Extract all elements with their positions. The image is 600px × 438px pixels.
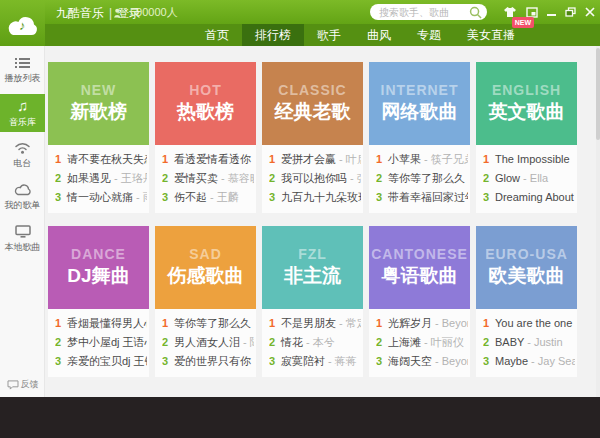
tab-2[interactable]: 歌手 xyxy=(304,24,354,46)
sidebar-item-my-playlists[interactable]: 我的歌单 xyxy=(0,178,45,216)
ranking-card[interactable]: CANTONESE 粤语歌曲 1光辉岁月Beyond2上海滩叶丽仪3海阔天空Be… xyxy=(369,226,470,377)
card-cn-title: 非主流 xyxy=(284,263,341,289)
ranking-card[interactable]: ENGLISH 英文歌曲 1The Impossible2GlowElla3Dr… xyxy=(476,62,577,213)
song-row[interactable]: 2我可以抱你吗张惠 xyxy=(269,169,361,188)
song-rank: 3 xyxy=(162,352,174,371)
card-header[interactable]: INTERNET 网络歌曲 xyxy=(369,62,470,145)
song-row[interactable]: 3伤不起王麟 xyxy=(162,188,254,207)
song-artist: 冷 xyxy=(251,153,254,165)
song-row[interactable]: 1香烟最懂得男人心dj xyxy=(55,314,147,333)
ranking-card[interactable]: NEW 新歌榜 1请不要在秋天失恋 -2如果遇见王珞丹3情一动心就痛雨生 xyxy=(48,62,149,213)
tab-0[interactable]: 首页 xyxy=(192,24,242,46)
song-row[interactable]: 2爱情买卖慕容晓晓 xyxy=(162,169,254,188)
online-count-text: 500000人 xyxy=(130,5,178,20)
feedback-button[interactable]: 反馈 xyxy=(0,378,45,391)
close-icon[interactable] xyxy=(585,7,595,17)
song-row[interactable]: 3九百九十九朵玫瑰 - xyxy=(269,188,361,207)
scrollbar[interactable] xyxy=(596,46,600,397)
card-header[interactable]: EURO-USA 欧美歌曲 xyxy=(476,226,577,309)
ranking-card[interactable]: DANCE DJ舞曲 1香烟最懂得男人心dj2梦中小屋dj 王语心 -3亲爱的宝… xyxy=(48,226,149,377)
song-row[interactable]: 2如果遇见王珞丹 xyxy=(55,169,147,188)
song-row[interactable]: 1光辉岁月Beyond xyxy=(376,314,468,333)
song-artist: 筷子兄弟 xyxy=(421,153,468,165)
song-row[interactable]: 3情一动心就痛雨生 xyxy=(55,188,147,207)
song-row[interactable]: 1看透爱情看透你冷 xyxy=(162,150,254,169)
song-row[interactable]: 1请不要在秋天失恋 - xyxy=(55,150,147,169)
song-title: 爱情买卖 xyxy=(174,172,218,184)
sidebar-item-local-songs[interactable]: 本地歌曲 xyxy=(0,220,45,258)
card-header[interactable]: NEW 新歌榜 xyxy=(48,62,149,145)
search-icon[interactable] xyxy=(469,6,482,19)
song-row[interactable]: 2等你等了那么久祁 xyxy=(376,169,468,188)
song-rank: 3 xyxy=(162,188,174,207)
tab-1[interactable]: 排行榜 xyxy=(242,24,304,46)
song-artist: Jay Sean xyxy=(528,355,575,367)
card-header[interactable]: HOT 热歌榜 xyxy=(155,62,256,145)
ranking-card[interactable]: SAD 伤感歌曲 1等你等了那么久祁2男人酒女人泪陈瑞3爱的世界只有你祁 xyxy=(155,226,256,377)
ranking-card[interactable]: HOT 热歌榜 1看透爱情看透你冷2爱情买卖慕容晓晓3伤不起王麟 xyxy=(155,62,256,213)
song-rank: 2 xyxy=(55,333,67,352)
card-header[interactable]: CLASSIC 经典老歌 xyxy=(262,62,363,145)
song-row[interactable]: 3MaybeJay Sean xyxy=(483,352,575,371)
main-menu-icon[interactable] xyxy=(526,7,538,18)
song-title: 海阔天空 xyxy=(388,355,432,367)
card-en-label: DANCE xyxy=(71,246,126,262)
sidebar-item-radio[interactable]: 电台 xyxy=(0,136,45,174)
song-rank: 1 xyxy=(162,150,174,169)
song-title: 寂寞陪衬 xyxy=(281,355,325,367)
song-row[interactable]: 2情花本兮 xyxy=(269,333,361,352)
minimize-icon[interactable] xyxy=(547,7,556,17)
song-title: 带着幸福回家过年 - xyxy=(388,191,468,203)
tab-3[interactable]: 曲风 xyxy=(354,24,404,46)
song-artist: Beyond xyxy=(432,355,468,367)
song-row[interactable]: 3带着幸福回家过年 - xyxy=(376,188,468,207)
ranking-card[interactable]: EURO-USA 欧美歌曲 1You are the one -2BABYJus… xyxy=(476,226,577,377)
song-row[interactable]: 1不是男朋友常定晨 xyxy=(269,314,361,333)
sidebar-item-music-library[interactable]: ♫ 音乐库 xyxy=(0,94,45,132)
card-header[interactable]: CANTONESE 粤语歌曲 xyxy=(369,226,470,309)
song-row[interactable]: 3海阔天空Beyond xyxy=(376,352,468,371)
song-row[interactable]: 2BABYJustin xyxy=(483,333,575,352)
song-row[interactable]: 3爱的世界只有你祁 xyxy=(162,352,254,371)
sidebar-item-playlist[interactable]: 播放列表 xyxy=(0,52,45,90)
song-title: 爱的世界只有你 xyxy=(174,355,251,367)
sidebar-item-label: 播放列表 xyxy=(5,72,41,85)
restore-icon[interactable] xyxy=(565,7,576,17)
search-input[interactable] xyxy=(379,7,469,18)
song-row[interactable]: 3亲爱的宝贝dj 王键 - xyxy=(55,352,147,371)
tab-5[interactable]: 美女直播NEW xyxy=(454,24,528,46)
song-title: 如果遇见 xyxy=(67,172,111,184)
song-row[interactable]: 1爱拼才会赢叶启田 xyxy=(269,150,361,169)
app-logo[interactable]: ♪ xyxy=(5,12,41,38)
song-row[interactable]: 2男人酒女人泪陈瑞 xyxy=(162,333,254,352)
song-row[interactable]: 1The Impossible xyxy=(483,150,575,169)
card-song-list: 1等你等了那么久祁2男人酒女人泪陈瑞3爱的世界只有你祁 xyxy=(155,309,256,377)
card-header[interactable]: FZL 非主流 xyxy=(262,226,363,309)
song-title: BABY xyxy=(495,336,524,348)
song-artist: 本兮 xyxy=(303,336,335,348)
card-song-list: 1爱拼才会赢叶启田2我可以抱你吗张惠3九百九十九朵玫瑰 - xyxy=(262,145,363,213)
song-rank: 1 xyxy=(483,150,495,169)
song-artist: 王麟 xyxy=(207,191,239,203)
song-row[interactable]: 1等你等了那么久祁 xyxy=(162,314,254,333)
song-row[interactable]: 1小苹果筷子兄弟 xyxy=(376,150,468,169)
ranking-card[interactable]: CLASSIC 经典老歌 1爱拼才会赢叶启田2我可以抱你吗张惠3九百九十九朵玫瑰… xyxy=(262,62,363,213)
tab-4[interactable]: 专题 xyxy=(404,24,454,46)
card-en-label: ENGLISH xyxy=(492,82,561,98)
scrollbar-thumb[interactable] xyxy=(596,48,600,140)
song-row[interactable]: 2梦中小屋dj 王语心 - xyxy=(55,333,147,352)
card-en-label: CLASSIC xyxy=(278,82,346,98)
song-row[interactable]: 2上海滩叶丽仪 xyxy=(376,333,468,352)
card-header[interactable]: ENGLISH 英文歌曲 xyxy=(476,62,577,145)
song-row[interactable]: 2GlowElla xyxy=(483,169,575,188)
card-header[interactable]: DANCE DJ舞曲 xyxy=(48,226,149,309)
song-row[interactable]: 3寂寞陪衬蒋蒋 xyxy=(269,352,361,371)
search-box[interactable] xyxy=(370,4,487,20)
song-row[interactable]: 1You are the one - xyxy=(483,314,575,333)
ranking-card[interactable]: INTERNET 网络歌曲 1小苹果筷子兄弟2等你等了那么久祁3带着幸福回家过年… xyxy=(369,62,470,213)
card-header[interactable]: SAD 伤感歌曲 xyxy=(155,226,256,309)
ranking-card[interactable]: FZL 非主流 1不是男朋友常定晨2情花本兮3寂寞陪衬蒋蒋 xyxy=(262,226,363,377)
nav-tabs: 首页排行榜歌手曲风专题美女直播NEW xyxy=(0,24,600,46)
song-artist: 祁 xyxy=(251,317,254,329)
song-row[interactable]: 3Dreaming About xyxy=(483,188,575,207)
